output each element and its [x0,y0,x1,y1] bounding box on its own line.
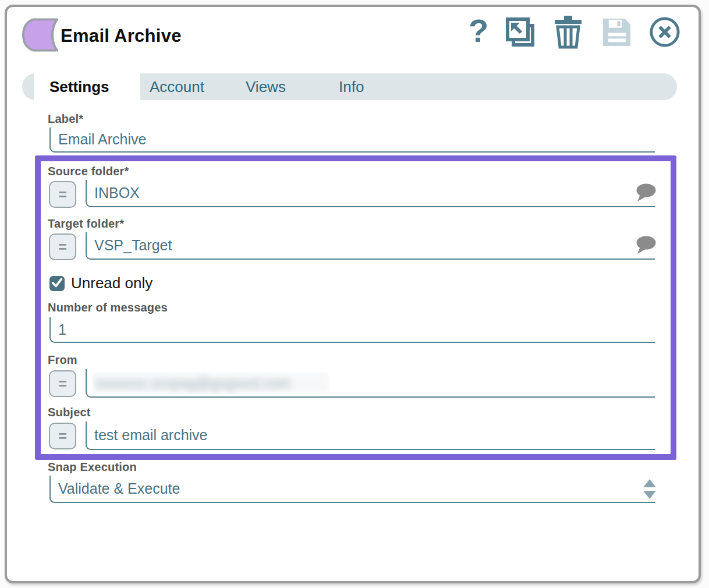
close-circle-icon [649,41,680,49]
equals-icon: = [58,239,67,256]
tab-settings[interactable]: Settings [49,73,109,100]
equals-icon: = [58,376,67,392]
equals-icon: = [58,428,67,445]
equals-icon: = [58,186,67,203]
subject-label: Subject [48,406,91,419]
target-folder-input[interactable]: VSP_Target [86,232,655,260]
target-folder-comment-icon[interactable] [634,236,657,257]
number-of-messages-value: 1 [58,321,66,338]
tab-bar: Settings Account Views Info [22,73,677,100]
target-folder-value: VSP_Target [94,237,172,254]
target-folder-label: Target folder* [48,217,124,231]
snap-execution-label: Snap Execution [48,461,137,474]
source-folder-expression-toggle[interactable]: = [49,181,76,208]
help-button[interactable]: ? [468,13,489,49]
label-input[interactable]: Email Archive [49,127,655,153]
source-folder-label: Source folder* [48,165,129,178]
snap-execution-select[interactable]: Validate & Execute [49,476,655,503]
from-redacted-value: sxxxxxx.xxxpxg@gxgxxxl.com [92,372,329,394]
subject-value: test email archive [94,427,208,444]
snap-execution-value: Validate & Execute [58,480,180,497]
close-button[interactable] [649,16,680,49]
source-folder-comment-icon[interactable] [634,183,657,205]
from-label: From [48,353,77,367]
select-updown-icon [643,479,657,502]
tab-views[interactable]: Views [246,73,286,100]
label-input-value: Email Archive [58,131,146,148]
checkmark-icon [50,275,64,292]
number-of-messages-label: Number of messages [48,301,168,314]
unread-only-label: Unread only [71,274,153,292]
delete-snap-button[interactable] [554,16,583,51]
snap-icon [22,18,61,54]
label-field-label: Label* [48,112,83,126]
dialog-title: Email Archive [61,26,182,47]
popout-icon [506,41,536,50]
source-folder-value: INBOX [94,185,140,201]
target-folder-expression-toggle[interactable]: = [49,233,76,260]
unread-only-checkbox[interactable] [49,276,65,291]
tab-info[interactable]: Info [339,73,364,100]
from-expression-toggle[interactable]: = [49,370,76,397]
source-folder-input[interactable]: INBOX [86,180,655,207]
save-button[interactable] [602,17,632,49]
trash-icon [554,42,583,51]
subject-expression-toggle[interactable]: = [49,423,76,449]
tab-account[interactable]: Account [150,73,204,100]
number-of-messages-input[interactable]: 1 [49,317,655,343]
popout-button[interactable] [506,17,536,50]
question-mark-icon: ? [469,12,488,49]
save-disk-icon [602,40,632,49]
subject-input[interactable]: test email archive [86,421,655,450]
